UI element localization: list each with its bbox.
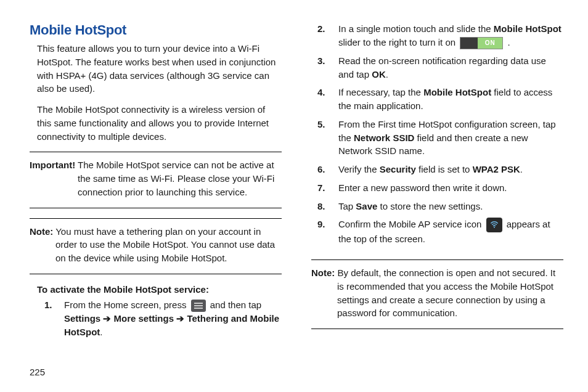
note-1-lead: Note: <box>30 226 53 237</box>
steps-list-left: From the Home screen, press and then tap… <box>30 298 282 344</box>
step-4: If necessary, tap the Mobile HotSpot fie… <box>311 86 563 118</box>
note-1-text: Note: You must have a tethering plan on … <box>30 225 282 265</box>
step-3-text-a: Read the on-screen notification regardin… <box>338 55 546 80</box>
step-8: Tap Save to store the new settings. <box>311 200 563 218</box>
arrow-icon: ➔ <box>100 313 111 324</box>
steps-list-right: In a single motion touch and slide the M… <box>311 22 563 251</box>
step-9: Confirm the Mobile AP service icon appea… <box>311 218 563 251</box>
menu-icon <box>191 300 206 312</box>
step-4-mh: Mobile HotSpot <box>423 87 491 97</box>
important-lead: Important! <box>30 160 75 170</box>
step-3: Read the on-screen notification regardin… <box>311 54 563 86</box>
arrow-icon: ➔ <box>174 313 184 324</box>
step-6-text-a: Verify the <box>338 164 380 174</box>
step-4-text-a: If necessary, tap the <box>338 87 423 97</box>
note-2-body: By default, the connection is open and n… <box>335 267 555 318</box>
step-8-text-b: to store the new settings. <box>377 201 483 211</box>
step-8-save: Save <box>356 201 377 211</box>
right-column: In a single motion touch and slide the M… <box>311 22 563 343</box>
toggle-label: ON <box>478 38 502 49</box>
step-7: Enter a new password then write it down. <box>311 181 563 200</box>
note-2-lead: Note: <box>311 267 335 278</box>
page-number: 225 <box>30 367 45 377</box>
step-5-ssid: Network SSID <box>354 133 414 143</box>
intro-paragraph-1: This feature allows you to turn your dev… <box>30 42 282 96</box>
step-3-ok: OK <box>372 69 386 80</box>
step-1: From the Home screen, press and then tap… <box>30 298 282 344</box>
step-1-more: More settings <box>111 313 174 324</box>
left-column: Mobile HotSpot This feature allows you t… <box>30 22 282 343</box>
activate-subhead: To activate the Mobile HotSpot service: <box>37 284 282 295</box>
step-2-text-a: In a single motion touch and slide the <box>338 23 494 34</box>
step-2: In a single motion touch and slide the M… <box>311 22 563 54</box>
step-8-text-a: Tap <box>338 201 356 211</box>
step-6: Verify the Security field is set to WPA2… <box>311 163 563 181</box>
important-text: Important! The Mobile HotSpot service ca… <box>30 158 282 198</box>
section-heading: Mobile HotSpot <box>30 22 282 38</box>
step-2-text-b: slider to the right to turn it on <box>338 37 458 47</box>
step-9-text-a: Confirm the Mobile AP service icon <box>338 219 484 229</box>
important-body: The Mobile HotSpot service can not be ac… <box>75 160 274 197</box>
note-box-1: Note: You must have a tethering plan on … <box>30 218 282 274</box>
step-5: From the First time HotSpot configuratio… <box>311 118 563 163</box>
note-1-body: You must have a tethering plan on your a… <box>53 226 275 264</box>
step-6-security: Security <box>380 164 416 174</box>
svg-point-0 <box>493 227 494 228</box>
step-1-text-a: From the Home screen, press <box>64 300 189 310</box>
mobile-ap-icon <box>486 218 502 232</box>
toggle-on-icon: ON <box>460 37 503 49</box>
step-6-text-b: field is set to <box>416 164 473 174</box>
step-7-text: Enter a new password then write it down. <box>338 182 507 193</box>
important-box: Important! The Mobile HotSpot service ca… <box>30 152 282 208</box>
intro-paragraph-2: The Mobile HotSpot connectivity is a wir… <box>30 103 282 143</box>
step-6-wpa: WPA2 PSK <box>473 164 520 174</box>
step-1-settings: Settings <box>64 313 100 324</box>
step-2-mh: Mobile HotSpot <box>494 23 561 34</box>
step-1-text-b: and then tap <box>210 300 261 310</box>
note-2-text: Note: By default, the connection is open… <box>311 266 563 320</box>
note-box-2: Note: By default, the connection is open… <box>311 259 563 329</box>
